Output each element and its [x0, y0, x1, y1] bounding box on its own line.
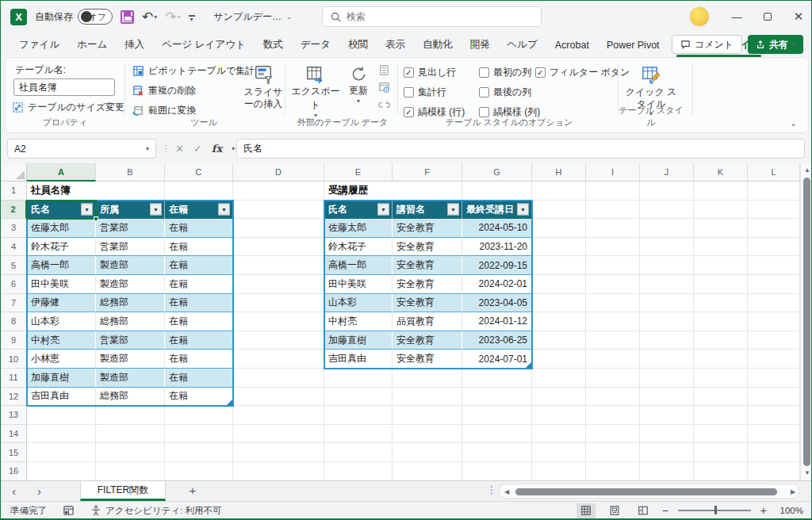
row-header-7[interactable]: 7	[1, 294, 27, 313]
maximize-button[interactable]	[764, 13, 772, 21]
macro-record-button[interactable]	[63, 505, 75, 517]
ribbon-collapse-chevron-icon[interactable]: ⌄	[791, 119, 797, 128]
row-header-10[interactable]: 10	[1, 350, 27, 369]
training-table-header-1[interactable]: 講習名▼	[393, 201, 462, 220]
autosave-control[interactable]: 自動保存 オフ	[35, 9, 113, 25]
training-table-cell[interactable]: 安全教育	[393, 331, 462, 350]
document-title-menu[interactable]: サンプルデー… ⌄	[214, 10, 293, 24]
vertical-scroll-thumb[interactable]	[803, 178, 810, 466]
employee-table-cell[interactable]: 加藤直樹	[27, 369, 96, 388]
style-option-1[interactable]: 集計行	[404, 86, 446, 99]
ribbon-tab-6[interactable]: 校閲	[339, 33, 377, 56]
zoom-slider-thumb[interactable]	[714, 506, 717, 514]
employee-table-cell[interactable]: 田中美咲	[27, 275, 96, 294]
training-table-header-0[interactable]: 氏名▼	[324, 201, 393, 220]
vertical-scrollbar[interactable]: ▲▼	[800, 163, 812, 480]
employee-table-cell[interactable]: 在籍	[165, 219, 233, 238]
employee-table-cell[interactable]: 在籍	[165, 238, 233, 257]
horizontal-scrollbar[interactable]: ◀ ▶	[499, 484, 800, 499]
filter-button-icon[interactable]: ▼	[150, 204, 162, 216]
row-header-13[interactable]: 13	[1, 406, 27, 425]
export-button[interactable]: エクスポート ▾	[291, 64, 340, 119]
ribbon-tab-2[interactable]: 挿入	[116, 33, 153, 56]
unlink-button[interactable]	[378, 99, 390, 111]
training-table-cell[interactable]: 2024-01-12	[462, 312, 532, 331]
employee-table-cell[interactable]: 営業部	[96, 219, 165, 238]
scroll-up-icon[interactable]: ▲	[801, 166, 812, 174]
view-page-break-button[interactable]	[634, 503, 653, 518]
redo-button[interactable]: ↷▾	[165, 10, 180, 24]
open-in-browser-button[interactable]	[378, 82, 390, 94]
confirm-entry-icon[interactable]: ✓	[193, 143, 202, 155]
filter-button-icon[interactable]: ▼	[447, 204, 459, 216]
insert-function-icon[interactable]: fx	[212, 143, 222, 155]
row-header-12[interactable]: 12	[1, 388, 27, 407]
zoom-out-button[interactable]: −	[662, 504, 668, 517]
ribbon-tab-9[interactable]: 開発	[461, 33, 498, 56]
training-table-cell[interactable]: 2024-05-10	[462, 219, 532, 238]
filter-button-icon[interactable]: ▼	[218, 204, 230, 216]
employee-table-cell[interactable]: 高橋一郎	[27, 256, 96, 275]
filter-button-icon[interactable]: ▼	[517, 204, 529, 216]
column-header-J[interactable]: J	[640, 163, 694, 182]
training-table-cell[interactable]: 安全教育	[393, 238, 462, 257]
employee-table-cell[interactable]: 製造部	[96, 369, 165, 388]
accessibility-checker[interactable]: アクセシビリティ: 利用不可	[90, 505, 222, 517]
search-box[interactable]	[322, 6, 542, 27]
employee-table-header-0[interactable]: 氏名▼	[27, 201, 96, 220]
share-button[interactable]: 共有 ▾	[748, 35, 803, 54]
scroll-down-icon[interactable]: ▼	[801, 469, 812, 476]
cell-E1-title[interactable]: 受講履歴	[324, 182, 393, 200]
ribbon-tab-7[interactable]: 表示	[377, 33, 414, 56]
column-header-D[interactable]: D	[233, 163, 324, 182]
training-table-cell[interactable]: 2023-11-20	[462, 238, 532, 257]
row-header-2[interactable]: 2	[1, 201, 27, 220]
refresh-button[interactable]: 更新 ▾	[343, 64, 373, 105]
prev-sheet-button[interactable]: ‹	[12, 481, 16, 501]
ribbon-tab-12[interactable]: Power Pivot	[598, 35, 668, 55]
row-header-16[interactable]: 16	[1, 462, 27, 480]
cell-A1-title[interactable]: 社員名簿	[27, 182, 96, 200]
table-properties-button[interactable]	[378, 64, 390, 76]
quick-access-overflow-button[interactable]: ▾	[189, 13, 195, 21]
column-header-K[interactable]: K	[694, 163, 748, 182]
training-table-cell[interactable]: 鈴木花子	[324, 238, 393, 257]
ribbon-tab-0[interactable]: ファイル	[10, 33, 68, 56]
training-table-cell[interactable]: 安全教育	[393, 256, 462, 275]
employee-table-cell[interactable]: 営業部	[96, 238, 165, 257]
employee-table-cell[interactable]: 吉田真由	[27, 388, 96, 407]
column-header-C[interactable]: C	[165, 163, 233, 182]
style-option-4[interactable]: 最後の列	[479, 86, 531, 99]
horizontal-scroll-thumb[interactable]	[515, 488, 777, 495]
tools-button-1[interactable]: 重複の削除	[132, 84, 196, 98]
employee-table-cell[interactable]: 在籍	[165, 275, 233, 294]
table-name-input[interactable]: 社員名簿	[13, 78, 115, 96]
training-table-header-2[interactable]: 最終受講日▼	[462, 201, 532, 220]
training-table-resize-handle[interactable]	[526, 362, 531, 368]
training-table-cell[interactable]: 安全教育	[393, 294, 462, 313]
formula-bar-grip-icon[interactable]: ⋮	[162, 143, 170, 154]
training-table-cell[interactable]: 2022-09-15	[462, 256, 532, 275]
close-button[interactable]: ✕	[792, 10, 805, 24]
search-input[interactable]	[347, 11, 505, 22]
row-header-6[interactable]: 6	[1, 275, 27, 294]
column-header-A[interactable]: A	[27, 163, 96, 182]
training-table-cell[interactable]: 2023-06-25	[462, 331, 532, 350]
undo-button[interactable]: ↶▾	[142, 10, 157, 24]
filter-button-icon[interactable]: ▼	[377, 204, 389, 216]
style-option-3[interactable]: 最初の列	[479, 66, 531, 79]
column-header-E[interactable]: E	[324, 163, 393, 182]
training-table-cell[interactable]: 安全教育	[393, 275, 462, 294]
ribbon-tab-3[interactable]: ページ レイアウト	[153, 33, 255, 56]
employee-table-cell[interactable]: 製造部	[96, 275, 165, 294]
scroll-left-icon[interactable]: ◀	[500, 488, 513, 495]
row-header-5[interactable]: 5	[1, 256, 27, 275]
training-table-cell[interactable]: 田中美咲	[324, 275, 393, 294]
employee-table-cell[interactable]: 総務部	[96, 294, 165, 313]
column-header-B[interactable]: B	[96, 163, 165, 182]
training-table-cell[interactable]: 高橋一郎	[324, 256, 393, 275]
row-header-15[interactable]: 15	[1, 443, 27, 462]
employee-table-cell[interactable]: 総務部	[96, 312, 165, 331]
employee-table-cell[interactable]: 在籍	[165, 369, 233, 388]
column-header-I[interactable]: I	[586, 163, 640, 182]
